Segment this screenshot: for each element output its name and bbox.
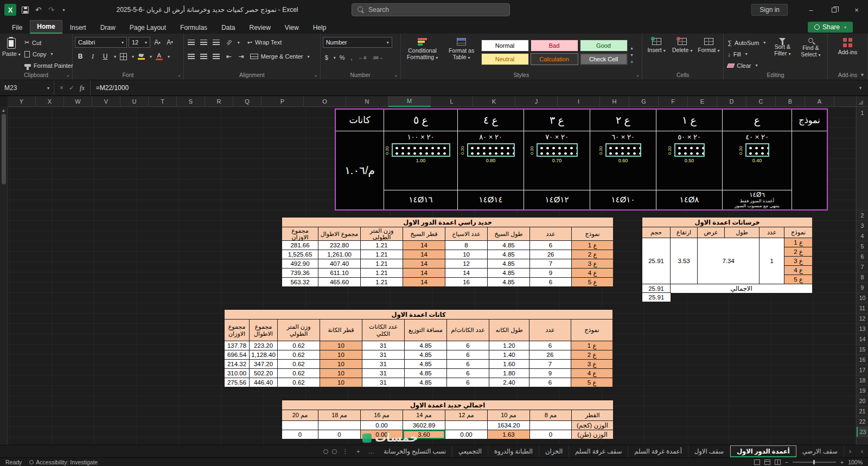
- style-normal[interactable]: Normal: [481, 40, 529, 52]
- style-bad[interactable]: Bad: [531, 40, 578, 52]
- cell[interactable]: 1.80: [489, 369, 529, 378]
- header-cell[interactable]: مسافة التوزيع: [405, 320, 447, 341]
- header-cell[interactable]: مجموع الاوزان: [225, 320, 250, 341]
- row-header-10[interactable]: 10: [857, 293, 868, 303]
- style-calculation[interactable]: Calculation: [531, 53, 578, 65]
- cell[interactable]: ع 2: [571, 350, 613, 360]
- row-header-6[interactable]: 6: [857, 252, 868, 262]
- cancel-icon[interactable]: ×: [60, 84, 63, 92]
- cell[interactable]: ع 5: [784, 275, 813, 284]
- cell[interactable]: 739.36: [282, 269, 318, 278]
- cell[interactable]: 7: [530, 259, 572, 269]
- row-header-22[interactable]: 22: [857, 417, 868, 427]
- cell[interactable]: 10: [320, 378, 362, 387]
- copy-button[interactable]: Copy▾: [23, 49, 75, 59]
- cell[interactable]: 10: [320, 341, 362, 350]
- normal-view-icon[interactable]: [754, 459, 760, 465]
- cell[interactable]: 0.62: [278, 360, 320, 369]
- cell[interactable]: الوزن (طن): [572, 430, 614, 439]
- collapse-ribbon-icon[interactable]: ▾: [861, 72, 864, 78]
- sheet-tab-first-floor-columns[interactable]: أعمدة الدور الاول: [730, 445, 796, 457]
- cell[interactable]: 223.20: [250, 341, 278, 350]
- format-as-table-button[interactable]: Format as Table▾: [444, 36, 479, 71]
- zoom-level[interactable]: 100%: [848, 459, 863, 465]
- tab-file[interactable]: File: [5, 22, 29, 34]
- align-middle-icon[interactable]: [199, 37, 209, 48]
- currency-caret-icon[interactable]: ▾: [334, 55, 336, 60]
- header-cell[interactable]: نموذج: [572, 227, 614, 241]
- row-header-21[interactable]: 21: [857, 406, 868, 417]
- tab-help[interactable]: Help: [307, 22, 333, 34]
- cell[interactable]: 502.20: [250, 369, 278, 378]
- cell[interactable]: 16: [445, 278, 488, 287]
- header-cell[interactable]: 18 مم: [318, 410, 361, 421]
- cell[interactable]: 310.00: [225, 369, 250, 378]
- cell[interactable]: 31: [362, 378, 405, 387]
- increase-font-icon[interactable]: A▴: [152, 37, 163, 48]
- cell[interactable]: 6: [447, 369, 489, 378]
- cell[interactable]: 137.78: [225, 341, 250, 350]
- style-good[interactable]: Good: [580, 40, 628, 52]
- decrease-decimal-icon[interactable]: .00→: [370, 55, 385, 60]
- cell[interactable]: 6: [447, 378, 489, 387]
- merge-center-button[interactable]: Merge & Center▾: [248, 52, 311, 62]
- formula-bar-expand-icon[interactable]: ▾: [853, 80, 868, 95]
- header-cell[interactable]: قطر الكانة: [320, 320, 362, 341]
- column-header-Q[interactable]: Q: [233, 96, 261, 107]
- font-size-select[interactable]: 12▾: [129, 37, 150, 48]
- cell[interactable]: ع 1: [784, 238, 813, 247]
- row-header-7[interactable]: 7: [857, 262, 868, 272]
- tab-page-layout[interactable]: Page Layout: [123, 22, 173, 34]
- font-family-select[interactable]: Calibri▾: [75, 37, 127, 48]
- format-painter-button[interactable]: Format Painter: [23, 60, 75, 71]
- cell[interactable]: 31: [362, 350, 405, 360]
- borders-icon[interactable]: [118, 51, 129, 62]
- clipboard-dialog-launcher-icon[interactable]: ⌟: [67, 70, 69, 79]
- cell[interactable]: 1.21: [361, 250, 403, 259]
- tab-formulas[interactable]: Formulas: [174, 22, 214, 34]
- cell[interactable]: 6: [530, 241, 572, 250]
- row-header-16[interactable]: 16: [857, 355, 868, 365]
- cell[interactable]: 31: [362, 341, 405, 350]
- header-cell[interactable]: عدد الكانات/م: [447, 320, 489, 341]
- gallery-up-icon[interactable]: ▴: [631, 46, 634, 50]
- align-right-icon[interactable]: [211, 51, 222, 62]
- cell[interactable]: 14: [403, 278, 445, 287]
- sheet-tab-parapet[interactable]: الطبانة والدروة: [488, 445, 539, 457]
- cell[interactable]: 214.32: [225, 360, 250, 369]
- header-cell[interactable]: عدد: [530, 227, 572, 241]
- cell[interactable]: 275.56: [225, 378, 250, 387]
- cut-button[interactable]: ✂Cut: [23, 37, 75, 48]
- sheet-tab-stair-room-roof[interactable]: سقف غرفة السلم: [569, 445, 628, 457]
- scroll-up-icon[interactable]: ▲: [2, 107, 6, 114]
- cell[interactable]: 232.80: [318, 241, 361, 250]
- row-header-9[interactable]: 9: [857, 283, 868, 293]
- increase-indent-icon[interactable]: ⇥: [236, 51, 247, 62]
- cell[interactable]: 6: [447, 350, 489, 360]
- column-sections-drawing[interactable]: نموذج ع ٤٠ × ٢٠ 0.20 0.40 ١٤Ø٦ أعمدة الس…: [335, 108, 828, 210]
- percent-icon[interactable]: %: [337, 54, 347, 61]
- sheet-options-icon[interactable]: ⋮: [339, 445, 352, 457]
- cell[interactable]: ع 4: [784, 266, 813, 275]
- page-break-view-icon[interactable]: [775, 459, 781, 465]
- column-header-C[interactable]: C: [746, 96, 776, 107]
- cell[interactable]: [530, 421, 572, 430]
- cell[interactable]: 4.85: [405, 378, 447, 387]
- align-center-icon[interactable]: [199, 51, 209, 62]
- cell[interactable]: ع 1: [571, 341, 613, 350]
- orientation-caret-icon[interactable]: ▾: [238, 40, 240, 45]
- cell[interactable]: 0.62: [278, 341, 320, 350]
- style-neutral[interactable]: Neutral: [481, 53, 529, 65]
- cell[interactable]: 8: [445, 241, 488, 250]
- cell[interactable]: 4.85: [488, 259, 530, 269]
- styles-dialog-launcher-icon[interactable]: ⌟: [636, 70, 639, 79]
- decrease-font-icon[interactable]: A▾: [164, 37, 175, 48]
- cell[interactable]: 0.00: [361, 421, 403, 430]
- cell[interactable]: 4.85: [488, 278, 530, 287]
- underline-caret-icon[interactable]: ▾: [114, 54, 116, 59]
- cell[interactable]: 25.91: [642, 238, 671, 284]
- column-header-K[interactable]: K: [473, 96, 515, 107]
- comma-style-icon[interactable]: ,: [349, 54, 355, 61]
- decrease-indent-icon[interactable]: ⇤: [224, 51, 234, 62]
- tab-view[interactable]: View: [278, 22, 305, 34]
